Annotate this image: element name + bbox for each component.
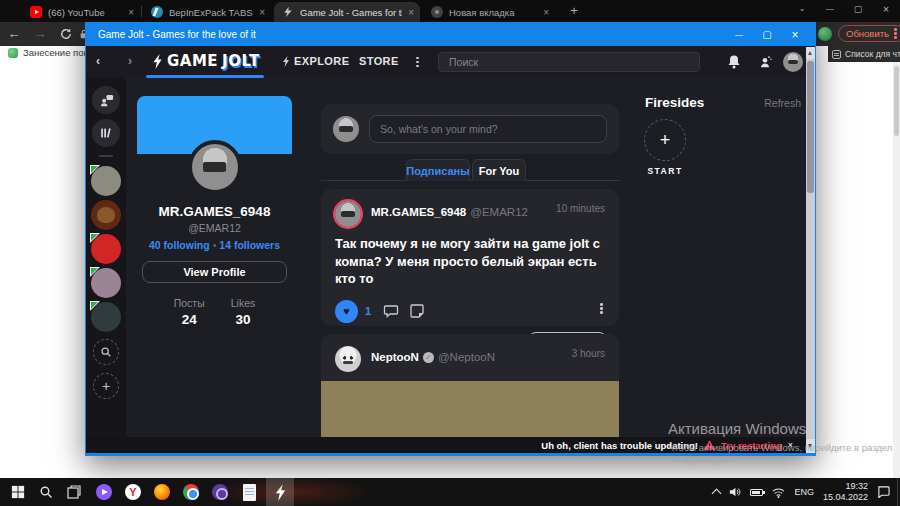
feed-post: NeptooN✓@NeptooN 3 hours (321, 334, 619, 438)
header-kebab-menu-icon[interactable] (416, 55, 419, 69)
taskbar-firefox-button[interactable] (148, 478, 176, 506)
update-button-label: Обновить (846, 28, 889, 39)
tab-following[interactable]: Подписаны (406, 159, 470, 181)
gamejolt-bolt-icon (274, 484, 287, 501)
scrollbar-thumb[interactable] (807, 61, 814, 193)
user-avatar[interactable] (783, 52, 803, 72)
browser-tab-gamejolt[interactable]: Game Jolt - Games for the love o × (274, 2, 420, 22)
client-update-notification: Uh oh, client has trouble updating! Try … (86, 437, 815, 453)
app-forward-button[interactable]: › (128, 54, 132, 68)
gj-close-button[interactable]: × (781, 28, 809, 42)
post-image[interactable] (321, 381, 619, 438)
try-restarting-link[interactable]: Try restarting (721, 440, 782, 451)
sidebar-community-avatar[interactable] (91, 268, 121, 298)
sidebar-chat-icon[interactable] (92, 86, 120, 114)
browser-update-button[interactable]: Обновить (838, 25, 900, 42)
notifications-bell-icon[interactable] (726, 54, 742, 70)
browser-tab-bar: (66) YouTube × BepInExPack TABS | Thunde… (0, 0, 900, 22)
gj-maximize-button[interactable]: ▢ (753, 29, 781, 40)
browser-close-button[interactable]: × (872, 3, 900, 15)
extension-icon[interactable] (818, 27, 832, 41)
post-kebab-menu-icon[interactable] (600, 302, 603, 316)
taskbar-search-button[interactable] (32, 478, 60, 506)
taskbar-alice-button[interactable] (90, 478, 118, 506)
profile-handle: @EMAR12 (137, 222, 292, 234)
sidebar-add-icon[interactable]: + (93, 373, 119, 399)
stat-posts: Посты 24 (174, 297, 205, 327)
kebab-menu-icon[interactable] (894, 27, 897, 41)
taskbar-chrome-button[interactable] (177, 478, 205, 506)
app-back-button[interactable]: ‹ (96, 54, 100, 68)
browser-minimize-button[interactable]: — (816, 4, 844, 13)
scroll-up-arrow[interactable] (806, 47, 815, 59)
task-view-button[interactable] (60, 478, 88, 506)
tab-close-icon[interactable]: × (259, 7, 265, 18)
sidebar-search-icon[interactable] (93, 339, 119, 365)
tab-close-icon[interactable]: × (408, 7, 414, 18)
tab-close-icon[interactable]: × (543, 7, 549, 18)
verified-badge-icon: ✓ (423, 352, 434, 363)
tab-for-you[interactable]: For You (472, 159, 526, 181)
tab-search-chevron-icon[interactable]: ⌄ (788, 4, 816, 13)
battery-icon[interactable] (750, 489, 763, 496)
back-button[interactable]: ← (4, 22, 24, 46)
post-author-avatar[interactable] (335, 346, 361, 372)
reload-icon[interactable] (56, 22, 76, 46)
nav-store[interactable]: STORE (359, 55, 399, 67)
browser-maximize-button[interactable]: ▢ (844, 4, 872, 14)
sidebar-library-icon[interactable] (92, 119, 120, 147)
network-icon[interactable] (772, 487, 785, 498)
warning-icon (704, 440, 715, 450)
page-scrollbar[interactable] (893, 62, 900, 478)
new-tab-button[interactable]: + (565, 3, 583, 19)
browser-tab-youtube[interactable]: (66) YouTube × (22, 2, 140, 22)
post-author-avatar[interactable] (335, 201, 361, 227)
notification-close-icon[interactable]: × (788, 440, 793, 450)
browser-tab-thunderstore[interactable]: BepInExPack TABS | Thunderstor × (143, 2, 271, 22)
volume-icon[interactable] (729, 486, 741, 498)
post-author-name[interactable]: MR.GAMES_6948 (371, 206, 466, 218)
sidebar-community-avatar[interactable] (91, 234, 121, 264)
post-author-name[interactable]: NeptooN (371, 351, 419, 363)
gamejolt-window-titlebar[interactable]: Game Jolt - Games for the love of it — ▢… (86, 23, 815, 46)
gj-minimize-button[interactable]: — (725, 30, 753, 39)
following-count-link[interactable]: 40 following (149, 239, 210, 251)
friends-icon[interactable] (757, 54, 773, 70)
sidebar-community-avatar[interactable] (91, 302, 121, 332)
language-indicator[interactable]: ENG (794, 487, 814, 497)
taskbar-yandex-browser-button[interactable]: Y (119, 478, 147, 506)
taskbar-document-button[interactable] (235, 478, 263, 506)
app-search-input[interactable] (438, 52, 700, 72)
action-center-icon[interactable] (877, 486, 890, 498)
sticker-icon[interactable] (409, 303, 425, 319)
composer-input[interactable] (369, 115, 607, 143)
sidebar-community-avatar[interactable] (91, 200, 121, 230)
nav-explore[interactable]: EXPLORE (282, 55, 349, 67)
profile-avatar[interactable] (188, 140, 242, 194)
taskbar-app-button[interactable] (206, 478, 234, 506)
start-button[interactable] (4, 478, 32, 506)
like-button[interactable]: ♥ (335, 300, 358, 323)
window-scrollbar[interactable] (806, 47, 815, 453)
taskbar-clock[interactable]: 19:32 15.04.2022 (823, 481, 868, 503)
browser-tab-new[interactable]: Новая вкладка × (423, 2, 555, 22)
clock-date: 15.04.2022 (823, 492, 868, 503)
post-composer (321, 104, 619, 154)
start-fireside-button[interactable]: + (644, 119, 686, 161)
followers-count-link[interactable]: 14 followers (219, 239, 280, 251)
forward-button[interactable]: → (30, 22, 50, 46)
yandex-browser-icon: Y (125, 484, 141, 500)
tab-close-icon[interactable]: × (128, 7, 134, 18)
gamejolt-client-window: Game Jolt - Games for the love of it — ▢… (85, 22, 816, 456)
firesides-refresh-link[interactable]: Refresh (764, 97, 801, 109)
taskbar-gamejolt-button[interactable] (266, 478, 294, 506)
firesides-title: Firesides (645, 95, 704, 110)
sidebar-community-avatar[interactable] (91, 166, 121, 196)
tray-expand-icon[interactable] (712, 489, 722, 499)
reading-list-icon (832, 50, 841, 59)
scroll-down-arrow[interactable] (806, 439, 815, 453)
gamejolt-logo[interactable]: GAME JOLT (152, 52, 260, 70)
view-profile-button[interactable]: View Profile (142, 261, 287, 283)
comment-icon[interactable] (383, 303, 399, 319)
reading-list-button[interactable]: Список для чтения (828, 46, 900, 62)
